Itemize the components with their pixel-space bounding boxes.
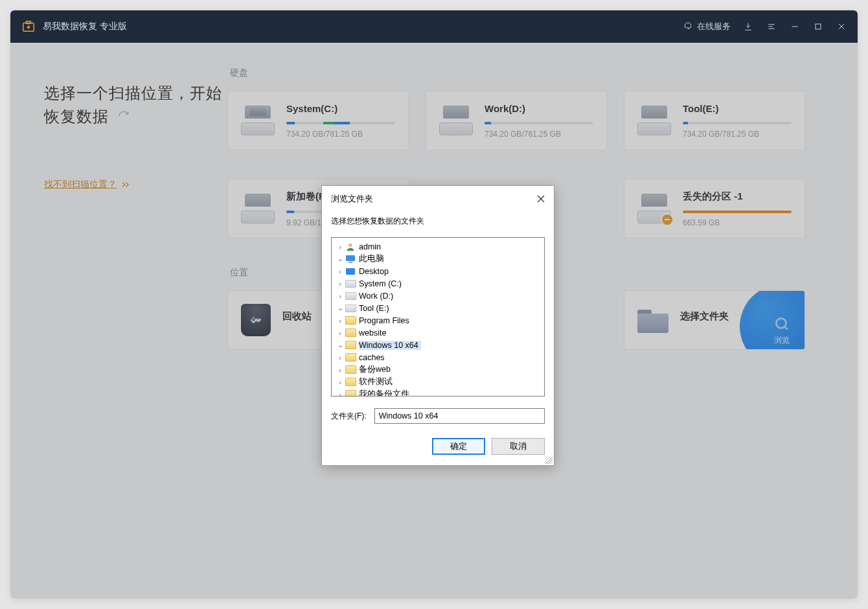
main-area: 选择一个扫描位置，开始恢复数据 找不到扫描位置？ 硬盘 System(C:) 7… bbox=[10, 43, 858, 599]
dialog-instruction: 选择您想恢复数据的文件夹 bbox=[322, 209, 554, 237]
app-window: 易我数据恢复 专业版 在线服务 选择一个扫描位置，开始恢复数据 找不到扫描位置？ bbox=[10, 10, 858, 599]
tree-node-windows10x64[interactable]: Windows 10 x64 bbox=[332, 339, 544, 351]
tree-node-website[interactable]: website bbox=[332, 327, 544, 339]
svg-rect-1 bbox=[26, 21, 30, 24]
tree-node-backup-web[interactable]: 备份web bbox=[332, 363, 544, 376]
dialog-close-button[interactable] bbox=[534, 192, 547, 205]
browse-folder-dialog: 浏览文件夹 选择您想恢复数据的文件夹 admin 此电脑 Desktop Sys… bbox=[321, 185, 554, 466]
tree-node-program-files[interactable]: Program Files bbox=[332, 314, 544, 327]
folder-name-input[interactable] bbox=[374, 408, 545, 424]
tree-node-caches[interactable]: caches bbox=[332, 351, 544, 363]
folder-field-label: 文件夹(F): bbox=[331, 411, 367, 422]
tree-node-admin[interactable]: admin bbox=[332, 240, 544, 253]
tree-node-tool-e[interactable]: Tool (E:) bbox=[332, 302, 544, 314]
cancel-button[interactable]: 取消 bbox=[492, 438, 545, 455]
tree-node-work-d[interactable]: Work (D:) bbox=[332, 290, 544, 302]
resize-grip[interactable] bbox=[545, 456, 553, 464]
svg-point-4 bbox=[348, 243, 352, 246]
svg-rect-5 bbox=[346, 255, 355, 261]
download-icon[interactable] bbox=[742, 21, 754, 32]
app-title: 易我数据恢复 专业版 bbox=[43, 21, 127, 32]
minimize-icon[interactable] bbox=[789, 21, 801, 32]
ok-button[interactable]: 确定 bbox=[432, 438, 485, 455]
app-logo-icon bbox=[21, 19, 36, 34]
menu-icon[interactable] bbox=[766, 21, 777, 32]
tree-node-software-test[interactable]: 软件测试 bbox=[332, 376, 544, 388]
titlebar: 易我数据恢复 专业版 在线服务 bbox=[10, 10, 858, 43]
online-service-label: 在线服务 bbox=[697, 21, 731, 32]
maximize-icon[interactable] bbox=[812, 21, 824, 32]
tree-node-system-c[interactable]: System (C:) bbox=[332, 277, 544, 290]
dialog-title: 浏览文件夹 bbox=[331, 194, 373, 205]
svg-rect-2 bbox=[816, 24, 821, 29]
tree-node-desktop[interactable]: Desktop bbox=[332, 265, 544, 277]
svg-rect-6 bbox=[348, 262, 352, 263]
online-service-button[interactable]: 在线服务 bbox=[683, 21, 731, 32]
close-icon[interactable] bbox=[836, 21, 847, 32]
folder-tree[interactable]: admin 此电脑 Desktop System (C:) Work (D:) … bbox=[331, 237, 545, 396]
tree-node-this-pc[interactable]: 此电脑 bbox=[332, 253, 544, 265]
tree-node-my-backup[interactable]: 我的备份文件 bbox=[332, 388, 544, 396]
